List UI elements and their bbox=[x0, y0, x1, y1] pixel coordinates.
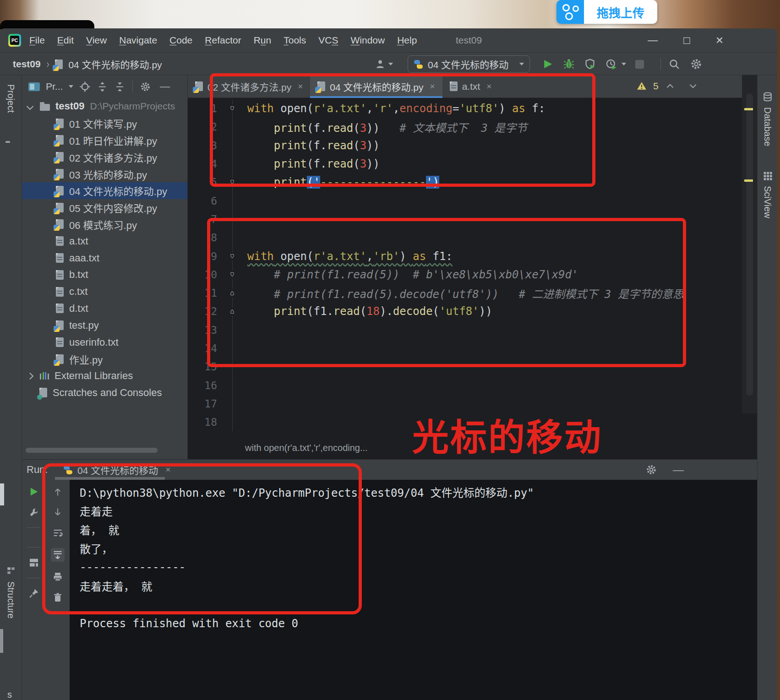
maximize-button[interactable]: □ bbox=[683, 34, 690, 47]
menu-tools[interactable]: Tools bbox=[284, 35, 306, 46]
code-line[interactable]: 5⌂ print('----------------') bbox=[188, 173, 757, 191]
tree-item-06-.py[interactable]: 06 模式练习.py bbox=[22, 216, 187, 233]
up-stack-trace-button[interactable] bbox=[52, 486, 63, 497]
tree-item-01-.py[interactable]: 01 昨日作业讲解.py bbox=[22, 132, 187, 149]
tool-strip-structure-tab[interactable]: Structure bbox=[0, 566, 22, 619]
editor-scrollbar-track[interactable] bbox=[742, 75, 757, 413]
inspection-widget[interactable]: 5 bbox=[637, 81, 698, 92]
chevron-down-icon[interactable] bbox=[69, 85, 73, 88]
code-line[interactable]: 13 bbox=[188, 321, 757, 339]
rerun-button[interactable] bbox=[28, 486, 39, 497]
locate-file-button[interactable] bbox=[79, 81, 91, 92]
search-everywhere-button[interactable] bbox=[668, 58, 681, 71]
fold-marker-icon[interactable]: ⌂ bbox=[229, 289, 235, 297]
menu-file[interactable]: File bbox=[29, 35, 45, 46]
project-view-selector[interactable]: Pr... bbox=[46, 81, 63, 92]
edit-configuration-button[interactable] bbox=[28, 507, 39, 518]
code-line[interactable]: 16 bbox=[188, 376, 757, 394]
code-line[interactable]: 17 bbox=[188, 395, 757, 413]
code-line[interactable]: 7 bbox=[188, 210, 757, 228]
netdisk-upload-widget[interactable]: 拖拽上传 bbox=[556, 0, 657, 24]
close-button[interactable]: × bbox=[716, 33, 723, 48]
soft-wrap-button[interactable] bbox=[52, 527, 63, 538]
tree-item-05-.py[interactable]: 05 文件内容修改.py bbox=[22, 199, 187, 216]
close-icon[interactable]: × bbox=[165, 465, 170, 475]
fold-marker-icon[interactable]: ⌂ bbox=[229, 104, 235, 113]
code-line[interactable]: 10⌂ # print(f1.read(5)) # b'\xe8\xb5\xb0… bbox=[188, 266, 757, 284]
tree-item-04-.py[interactable]: 04 文件光标的移动.py bbox=[22, 182, 187, 199]
code-line[interactable]: 1⌂with open(r'a.txt','r',encoding='utf8'… bbox=[188, 99, 757, 118]
project-horizontal-scrollbar[interactable] bbox=[26, 448, 158, 453]
menu-refactor[interactable]: Refactor bbox=[205, 35, 241, 46]
code-line[interactable]: 6 bbox=[188, 191, 757, 210]
fold-marker-icon[interactable]: ⌂ bbox=[229, 271, 235, 279]
editor-tab[interactable]: a.txt× bbox=[442, 75, 499, 98]
chevron-up-icon[interactable] bbox=[665, 81, 675, 91]
clear-console-button[interactable] bbox=[52, 592, 63, 603]
code-line[interactable]: 15 bbox=[188, 358, 757, 376]
tree-item-userinfo.txt[interactable]: userinfo.txt bbox=[22, 334, 187, 351]
hide-panel-button[interactable]: — bbox=[160, 81, 170, 92]
netdisk-upload-label[interactable]: 拖拽上传 bbox=[584, 0, 657, 24]
warning-stripe-mark[interactable] bbox=[744, 108, 753, 110]
run-settings-button[interactable] bbox=[645, 464, 657, 476]
breadcrumb-project[interactable]: test09 bbox=[13, 59, 41, 70]
tree-item-test09[interactable]: test09D:\PycharmProjects bbox=[22, 98, 187, 115]
hide-run-panel-button[interactable]: — bbox=[673, 463, 684, 476]
menu-window[interactable]: Window bbox=[350, 35, 385, 46]
coverage-button[interactable] bbox=[584, 58, 596, 70]
stop-button[interactable] bbox=[635, 60, 644, 69]
chevron-down-icon[interactable] bbox=[27, 103, 34, 110]
editor-scrollbar-thumb[interactable] bbox=[746, 93, 753, 396]
console-output[interactable]: D:\python38\python.exe "D:/PycharmProjec… bbox=[70, 480, 757, 700]
editor-body[interactable]: 1⌂with open(r'a.txt','r',encoding='utf8'… bbox=[188, 98, 757, 436]
settings-button[interactable] bbox=[690, 58, 703, 71]
tree-item--.py[interactable]: 作业.py bbox=[22, 351, 187, 368]
code-line[interactable]: 18 bbox=[188, 413, 757, 431]
editor-tab[interactable]: 02 文件诸多方法.py× bbox=[188, 75, 310, 98]
tool-strip-sciview-tab[interactable]: SciView bbox=[758, 170, 777, 218]
down-stack-trace-button[interactable] bbox=[52, 507, 63, 518]
tree-item-test.py[interactable]: test.py bbox=[22, 317, 187, 334]
tool-strip-database-tab[interactable]: Database bbox=[758, 92, 777, 147]
user-account-button[interactable] bbox=[375, 59, 393, 70]
code-line[interactable]: 8 bbox=[188, 228, 757, 247]
fold-marker-icon[interactable]: ⌂ bbox=[229, 178, 235, 186]
close-icon[interactable]: × bbox=[486, 81, 491, 92]
run-button[interactable] bbox=[542, 58, 554, 70]
menu-view[interactable]: View bbox=[86, 35, 107, 46]
pin-tab-button[interactable] bbox=[28, 588, 39, 599]
fold-marker-icon[interactable]: ⌂ bbox=[229, 252, 235, 260]
profiler-button[interactable] bbox=[605, 58, 617, 70]
code-line[interactable]: 14 bbox=[188, 339, 757, 358]
breadcrumb-file[interactable]: 04 文件光标的移动.py bbox=[68, 57, 162, 71]
print-button[interactable] bbox=[52, 571, 63, 582]
fold-marker-icon[interactable]: ⌂ bbox=[229, 307, 235, 315]
code-line[interactable]: 12⌂ print(f1.read(18).decode('utf8')) bbox=[188, 302, 757, 320]
tree-item-c.txt[interactable]: c.txt bbox=[22, 283, 187, 300]
tool-strip-project-tab[interactable]: Project bbox=[0, 84, 22, 113]
tree-item-01-.py[interactable]: 01 文件读写.py bbox=[22, 115, 187, 132]
code-line[interactable]: 2 print(f.read(3)) # 文本模式下 3 是字节 bbox=[188, 118, 757, 136]
tree-item-03-.py[interactable]: 03 光标的移动.py bbox=[22, 165, 187, 182]
code-line[interactable]: 11⌂ # print(f1.read(5).decode('utf8')) #… bbox=[188, 284, 757, 302]
profiler-dropdown-button[interactable] bbox=[622, 63, 626, 65]
collapse-all-button[interactable] bbox=[114, 81, 125, 92]
close-icon[interactable]: × bbox=[298, 81, 303, 92]
menu-help[interactable]: Help bbox=[397, 35, 417, 46]
chevron-right-icon[interactable] bbox=[27, 372, 34, 380]
menu-run[interactable]: Run bbox=[254, 35, 272, 46]
tree-item-aaa.txt[interactable]: aaa.txt bbox=[22, 250, 187, 266]
editor-tab[interactable]: 04 文件光标的移动.py× bbox=[310, 75, 442, 98]
code-line[interactable]: 4 print(f.read(3)) bbox=[188, 155, 757, 173]
tree-item-d.txt[interactable]: d.txt bbox=[22, 300, 187, 317]
expand-all-button[interactable] bbox=[97, 81, 108, 92]
code-line[interactable]: 9⌂with open(r'a.txt','rb') as f1: bbox=[188, 247, 757, 265]
close-icon[interactable]: × bbox=[430, 81, 435, 92]
scroll-to-end-button[interactable] bbox=[51, 548, 65, 562]
debug-button[interactable] bbox=[563, 58, 575, 70]
tree-item-a.txt[interactable]: a.txt bbox=[22, 233, 187, 250]
project-settings-button[interactable] bbox=[140, 81, 151, 92]
warning-stripe-mark[interactable] bbox=[744, 179, 753, 182]
tree-item-b.txt[interactable]: b.txt bbox=[22, 266, 187, 283]
